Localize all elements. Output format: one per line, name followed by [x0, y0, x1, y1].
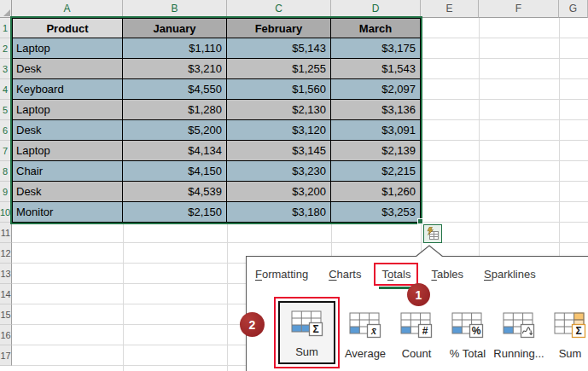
quick-analysis-button[interactable] — [423, 224, 442, 243]
value-cell[interactable]: $2,130 — [227, 100, 331, 120]
svg-text:%: % — [472, 325, 481, 337]
header-cell-product[interactable]: Product — [12, 18, 123, 38]
column-header-e[interactable]: E — [421, 0, 479, 18]
row-header-6[interactable]: 6 — [0, 120, 12, 141]
column-header-g[interactable]: G — [559, 0, 588, 18]
value-cell[interactable]: $3,180 — [227, 202, 331, 223]
header-cell-february[interactable]: February — [227, 18, 331, 38]
tab-tables[interactable]: Tables — [431, 268, 463, 281]
qa-option-sum[interactable]: ΣSum — [280, 303, 334, 358]
value-cell[interactable]: $3,200 — [227, 182, 331, 202]
value-cell[interactable]: $2,150 — [123, 202, 227, 223]
value-cell[interactable]: $3,253 — [331, 202, 421, 223]
tab-charts[interactable]: Charts — [329, 268, 361, 281]
value-cell[interactable]: $3,145 — [227, 141, 331, 161]
qa-option-count[interactable]: #Count — [391, 297, 442, 360]
qa-option-average[interactable]: x̄Average — [340, 297, 391, 360]
product-cell[interactable]: Desk — [12, 182, 123, 202]
column-header-c[interactable]: C — [227, 0, 331, 18]
row-header-5[interactable]: 5 — [0, 100, 12, 120]
table-row: Chair$4,150$3,230$2,215 — [12, 161, 421, 182]
qa-options: ΣSumx̄Average#Count%% TotalRunning...ΣSu… — [274, 297, 588, 368]
header-cell-march[interactable]: March — [331, 18, 421, 38]
svg-text:x̄: x̄ — [370, 325, 376, 337]
percent-total-icon: % — [451, 312, 484, 339]
header-cell-january[interactable]: January — [123, 18, 227, 38]
product-cell[interactable]: Laptop — [12, 38, 123, 59]
column-header-f[interactable]: F — [479, 0, 559, 18]
row-header-10[interactable]: 10 — [0, 202, 12, 223]
row-headers: 1234567891011121314151617 — [0, 18, 12, 366]
qa-option-label: Sum — [544, 347, 588, 360]
qa-option-label: Running... — [493, 347, 544, 360]
row-header-12[interactable]: 12 — [0, 243, 12, 264]
product-cell[interactable]: Laptop — [12, 141, 123, 161]
fill-handle[interactable] — [417, 218, 423, 224]
row-header-3[interactable]: 3 — [0, 59, 12, 79]
qa-option-label: Count — [391, 347, 442, 360]
value-cell[interactable]: $2,097 — [331, 79, 421, 100]
row-header-4[interactable]: 4 — [0, 79, 12, 100]
quick-analysis-popup: FormattingChartsTotalsTablesSparklines Σ… — [246, 256, 588, 371]
column-header-d[interactable]: D — [331, 0, 421, 18]
row-header-14[interactable]: 14 — [0, 284, 12, 304]
value-cell[interactable]: $3,091 — [331, 120, 421, 141]
sum-rows-icon: Σ — [291, 310, 323, 338]
table-row: Desk$4,539$3,200$1,260 — [12, 182, 421, 202]
product-cell[interactable]: Laptop — [12, 100, 123, 120]
value-cell[interactable]: $1,543 — [331, 59, 421, 79]
qa-option-running[interactable]: Running... — [493, 297, 544, 360]
select-all-corner[interactable] — [0, 0, 12, 18]
column-header-a[interactable]: A — [12, 0, 123, 18]
row-header-2[interactable]: 2 — [0, 38, 12, 59]
qa-option-label: % Total — [442, 347, 493, 360]
value-cell[interactable]: $1,560 — [227, 79, 331, 100]
product-cell[interactable]: Monitor — [12, 202, 123, 223]
value-cell[interactable]: $3,136 — [331, 100, 421, 120]
qa-option-label: Average — [340, 347, 391, 360]
value-cell[interactable]: $3,210 — [123, 59, 227, 79]
row-header-1[interactable]: 1 — [0, 18, 12, 38]
row-header-9[interactable]: 9 — [0, 182, 12, 202]
product-cell[interactable]: Desk — [12, 59, 123, 79]
row-header-16[interactable]: 16 — [0, 325, 12, 345]
value-cell[interactable]: $3,120 — [227, 120, 331, 141]
value-cell[interactable]: $4,539 — [123, 182, 227, 202]
value-cell[interactable]: $3,230 — [227, 161, 331, 182]
value-cell[interactable]: $5,143 — [227, 38, 331, 59]
table-row: Desk$3,210$1,255$1,543 — [12, 59, 421, 79]
qa-option-total[interactable]: %% Total — [442, 297, 493, 360]
row-header-7[interactable]: 7 — [0, 141, 12, 161]
row-header-17[interactable]: 17 — [0, 345, 12, 366]
average-icon: x̄ — [349, 312, 381, 339]
svg-text:Σ: Σ — [575, 325, 581, 337]
running-total-icon — [503, 312, 535, 339]
product-cell[interactable]: Keyboard — [12, 79, 123, 100]
product-cell[interactable]: Chair — [12, 161, 123, 182]
tab-formatting[interactable]: Formatting — [255, 268, 308, 281]
value-cell[interactable]: $4,134 — [123, 141, 227, 161]
value-cell[interactable]: $4,150 — [123, 161, 227, 182]
value-cell[interactable]: $3,175 — [331, 38, 421, 59]
qa-option-selected-frame[interactable]: ΣSum — [278, 301, 335, 364]
value-cell[interactable]: $5,200 — [123, 120, 227, 141]
row-header-11[interactable]: 11 — [0, 223, 12, 243]
qa-option-sum[interactable]: ΣSum — [544, 297, 588, 360]
value-cell[interactable]: $2,215 — [331, 161, 421, 182]
value-cell[interactable]: $1,110 — [123, 38, 227, 59]
tab-totals[interactable]: Totals — [381, 268, 410, 281]
row-header-8[interactable]: 8 — [0, 161, 12, 182]
value-cell[interactable]: $4,550 — [123, 79, 227, 100]
row-header-13[interactable]: 13 — [0, 264, 12, 284]
row-header-15[interactable]: 15 — [0, 304, 12, 325]
sum-columns-icon: Σ — [554, 312, 586, 339]
value-cell[interactable]: $1,280 — [123, 100, 227, 120]
tab-sparklines[interactable]: Sparklines — [484, 268, 536, 281]
data-table: ProductJanuaryFebruaryMarchLaptop$1,110$… — [12, 18, 421, 223]
product-cell[interactable]: Desk — [12, 120, 123, 141]
value-cell[interactable]: $1,255 — [227, 59, 331, 79]
table-row: Laptop$1,110$5,143$3,175 — [12, 38, 421, 59]
value-cell[interactable]: $1,260 — [331, 182, 421, 202]
column-header-b[interactable]: B — [123, 0, 227, 18]
value-cell[interactable]: $2,139 — [331, 141, 421, 161]
